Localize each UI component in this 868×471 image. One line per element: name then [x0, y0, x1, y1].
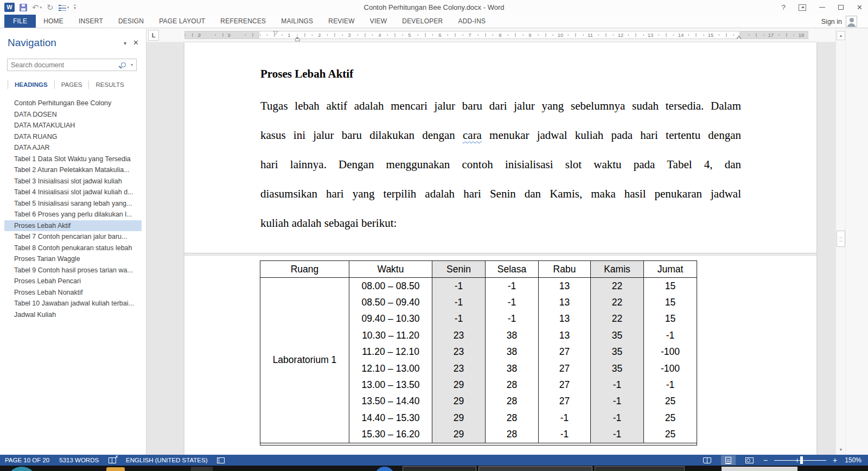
- vertical-scrollbar[interactable]: ▲ ▼: [835, 28, 845, 455]
- heading-item[interactable]: Tabel 9 Contoh hasil proses tarian wa...: [0, 265, 146, 276]
- scrollbar-thumb[interactable]: [837, 231, 845, 247]
- taskbar-app-icon[interactable]: [10, 467, 34, 471]
- heading-item[interactable]: DATA DOSEN: [0, 109, 146, 120]
- web-layout-button[interactable]: [742, 455, 757, 465]
- jumat-cell: 25: [644, 427, 697, 443]
- taskbar-window-preview[interactable]: [478, 466, 592, 471]
- save-icon[interactable]: [20, 4, 27, 11]
- heading-item[interactable]: Tabel 2 Aturan Peletakkan Matakulia...: [0, 164, 146, 176]
- taskbar-folder-icon[interactable]: [106, 467, 125, 471]
- senin-cell: 23: [432, 360, 486, 377]
- taskbar-window-preview[interactable]: [403, 466, 476, 471]
- ribbon-tab[interactable]: INSERT: [71, 15, 111, 28]
- search-input[interactable]: [8, 61, 121, 69]
- scroll-down-icon[interactable]: ▼: [837, 445, 845, 454]
- first-line-indent-marker[interactable]: [273, 31, 278, 35]
- ruler-number: 5: [408, 31, 411, 39]
- macro-recording-icon[interactable]: [217, 457, 225, 463]
- help-icon[interactable]: ?: [782, 3, 786, 11]
- print-layout-button[interactable]: [721, 455, 736, 465]
- ribbon-tab[interactable]: HOME: [36, 15, 71, 28]
- navigation-tab[interactable]: PAGES: [54, 80, 89, 89]
- scroll-up-icon[interactable]: ▲: [837, 31, 845, 40]
- ribbon-tab[interactable]: DESIGN: [111, 15, 151, 28]
- heading-item[interactable]: Proses Lebah Nonaktif: [0, 287, 146, 298]
- ruler-number: 1: [227, 31, 230, 39]
- navigation-options-chevron-icon[interactable]: ▾: [124, 40, 126, 46]
- ribbon-tab[interactable]: ADD-INS: [450, 15, 493, 28]
- selasa-cell: -1: [486, 311, 539, 327]
- customize-qat-icon[interactable]: ▾: [74, 5, 76, 10]
- ribbon-tab[interactable]: DEVELOPER: [394, 15, 450, 28]
- heading-item[interactable]: Proses Tarian Waggle: [0, 253, 146, 265]
- horizontal-ruler[interactable]: 211234567891011121314151718: [184, 31, 808, 39]
- zoom-slider-handle[interactable]: [800, 456, 803, 464]
- rabu-cell: 27: [539, 393, 591, 410]
- heading-item[interactable]: Tabel 8 Contoh penukaran status lebah: [0, 243, 146, 254]
- heading-item[interactable]: Tabel 3 Inisialisasi slot jadwal kuliah: [0, 176, 146, 187]
- taskbar-window-preview[interactable]: [722, 467, 797, 471]
- heading-item[interactable]: Tabel 10 Jawaban jadwal kuliah terbai...: [0, 298, 146, 309]
- rabu-cell: 27: [539, 377, 591, 393]
- selasa-cell: -1: [486, 278, 539, 294]
- heading-item[interactable]: Tabel 7 Contoh pencarian jalur baru...: [0, 231, 146, 243]
- ribbon-tab[interactable]: MAILINGS: [273, 15, 321, 28]
- heading-item[interactable]: Tabel 6 Proses yang perlu dilakukan l...: [0, 209, 146, 220]
- right-indent-marker[interactable]: [736, 35, 742, 39]
- taskbar-window-preview[interactable]: [595, 466, 685, 471]
- heading-item[interactable]: Proses Lebah Pencari: [0, 276, 146, 287]
- restore-icon[interactable]: [838, 5, 844, 10]
- undo-button[interactable]: ↶▾: [32, 3, 42, 11]
- user-avatar[interactable]: [846, 16, 857, 27]
- heading-item[interactable]: Tabel 1 Data Slot Waktu yang Tersedia: [0, 154, 146, 165]
- navigation-close-icon[interactable]: ✕: [133, 39, 139, 47]
- taskbar-app-icon[interactable]: [375, 467, 394, 471]
- numbering-button[interactable]: ▾: [59, 4, 69, 11]
- navigation-tab[interactable]: HEADINGS: [8, 80, 54, 89]
- ribbon-tab[interactable]: VIEW: [362, 15, 394, 28]
- taskbar-app-icon[interactable]: [191, 467, 213, 471]
- word-count[interactable]: 5313 WORDS: [59, 457, 99, 463]
- zoom-out-button[interactable]: −: [763, 456, 768, 464]
- ribbon-tab[interactable]: FILE: [4, 15, 36, 28]
- ribbon-tab[interactable]: REFERENCES: [213, 15, 273, 28]
- numbering-dropdown-icon[interactable]: ▾: [67, 5, 69, 10]
- undo-dropdown-icon[interactable]: ▾: [40, 5, 42, 10]
- heading-item[interactable]: DATA MATAKULIAH: [0, 120, 146, 131]
- heading-item[interactable]: DATA RUANG: [0, 131, 146, 143]
- zoom-level[interactable]: 150%: [845, 456, 861, 464]
- tab-stop-selector[interactable]: L: [148, 30, 159, 41]
- heading-item[interactable]: Jadwal Kuliah: [0, 309, 146, 321]
- ribbon-tab[interactable]: PAGE LAYOUT: [151, 15, 213, 28]
- search-dropdown-icon[interactable]: ▾: [131, 62, 133, 67]
- search-box[interactable]: ▾: [7, 59, 137, 71]
- sign-in-link[interactable]: Sign in: [821, 15, 842, 28]
- ribbon-tab[interactable]: REVIEW: [321, 15, 362, 28]
- heading-item[interactable]: Contoh Perhitungan Bee Colony: [0, 98, 146, 109]
- heading-item[interactable]: DATA AJAR: [0, 142, 146, 154]
- heading-item[interactable]: Proses Lebah Aktif: [4, 220, 142, 232]
- heading-item[interactable]: Tabel 5 Inisialisasi sarang lebah yang..…: [0, 198, 146, 209]
- ruler-number: 2: [318, 31, 321, 39]
- hanging-indent-marker[interactable]: [295, 39, 300, 41]
- heading-item[interactable]: Tabel 4 Inisialisasi slot jadwal kuliah …: [0, 187, 146, 198]
- document-page[interactable]: Proses Lebah Aktif Tugas lebah aktif ada…: [184, 42, 816, 455]
- ruler-number: 6: [438, 31, 441, 39]
- navigation-tab[interactable]: RESULTS: [88, 80, 130, 89]
- zoom-slider[interactable]: [774, 460, 826, 461]
- table-row: 13.00 – 13.50 29 28 27 -1 -1: [349, 377, 697, 393]
- zoom-in-button[interactable]: +: [833, 456, 837, 464]
- paragraph-line: diasumsikan hari yang terpilih adalah ha…: [260, 179, 741, 208]
- repeat-button[interactable]: ↻: [47, 3, 54, 11]
- close-icon[interactable]: ✕: [857, 3, 863, 11]
- senin-cell: 29: [432, 427, 486, 443]
- page-indicator[interactable]: PAGE 10 OF 20: [5, 457, 49, 463]
- minimize-icon[interactable]: [819, 7, 825, 8]
- proofing-errors-icon[interactable]: [108, 457, 116, 463]
- table-row: 10.30 – 11.20 23 38 13 35 -1: [349, 327, 697, 343]
- language-indicator[interactable]: ENGLISH (UNITED STATES): [126, 457, 207, 463]
- read-mode-button[interactable]: [700, 455, 714, 465]
- search-icon[interactable]: [121, 62, 126, 67]
- rabu-cell: -1: [539, 427, 591, 443]
- ribbon-display-options-icon[interactable]: [799, 4, 806, 11]
